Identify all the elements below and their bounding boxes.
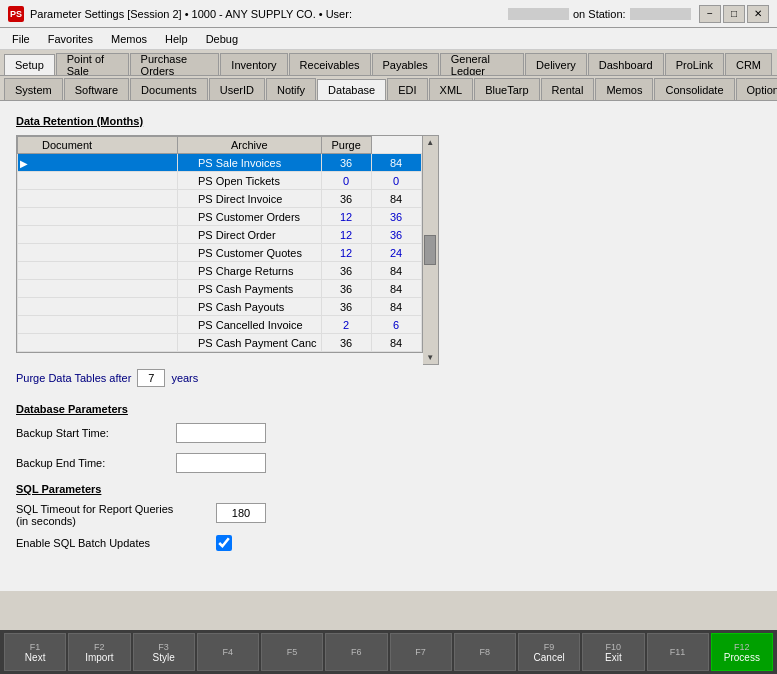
tab-point-of-sale[interactable]: Point of Sale — [56, 53, 129, 75]
tab-options[interactable]: Options — [736, 78, 777, 100]
main-content: Data Retention (Months) Document Archive… — [0, 101, 777, 591]
cell-archive: 36 — [321, 154, 371, 172]
tab-edi[interactable]: EDI — [387, 78, 427, 100]
backup-end-label: Backup End Time: — [16, 457, 176, 469]
backup-start-row: Backup Start Time: — [16, 423, 761, 443]
table-row[interactable]: PS Cash Payouts3684 — [18, 298, 422, 316]
tab-system[interactable]: System — [4, 78, 63, 100]
fkey-label: Exit — [605, 652, 622, 663]
table-row[interactable]: PS Cash Payments3684 — [18, 280, 422, 298]
tab-payables[interactable]: Payables — [372, 53, 439, 75]
tab-receivables[interactable]: Receivables — [289, 53, 371, 75]
tab-dashboard[interactable]: Dashboard — [588, 53, 664, 75]
fkey-f12[interactable]: F12Process — [711, 633, 773, 671]
fkey-f9[interactable]: F9Cancel — [518, 633, 580, 671]
fkey-label: Import — [85, 652, 113, 663]
tab-purchase-orders[interactable]: Purchase Orders — [130, 53, 220, 75]
cell-purge: 84 — [371, 280, 421, 298]
fkey-bar: F1NextF2ImportF3StyleF4F5F6F7F8F9CancelF… — [0, 630, 777, 674]
sql-timeout-row: SQL Timeout for Report Queries(in second… — [16, 503, 761, 527]
sql-batch-checkbox[interactable] — [216, 535, 232, 551]
sql-timeout-label: SQL Timeout for Report Queries(in second… — [16, 503, 216, 527]
fkey-label: Process — [724, 652, 760, 663]
tab-inventory[interactable]: Inventory — [220, 53, 287, 75]
cell-purge: 36 — [371, 208, 421, 226]
menu-help[interactable]: Help — [157, 31, 196, 47]
menu-memos[interactable]: Memos — [103, 31, 155, 47]
table-row[interactable]: PS Cancelled Invoice26 — [18, 316, 422, 334]
tab-userid[interactable]: UserID — [209, 78, 265, 100]
cell-document: PS Customer Orders — [178, 208, 322, 226]
cell-archive: 36 — [321, 334, 371, 352]
tab-notify[interactable]: Notify — [266, 78, 316, 100]
menu-bar: File Favorites Memos Help Debug — [0, 28, 777, 50]
tab-consolidate[interactable]: Consolidate — [654, 78, 734, 100]
fkey-f3[interactable]: F3Style — [133, 633, 195, 671]
app-icon: PS — [8, 6, 24, 22]
fkey-num: F6 — [351, 647, 362, 657]
tab-software[interactable]: Software — [64, 78, 129, 100]
backup-end-input[interactable] — [176, 453, 266, 473]
tab-delivery[interactable]: Delivery — [525, 53, 587, 75]
close-button[interactable]: ✕ — [747, 5, 769, 23]
tab-setup[interactable]: Setup — [4, 54, 55, 76]
fkey-num: F3 — [158, 642, 169, 652]
title-bar: PS Parameter Settings [Session 2] • 1000… — [0, 0, 777, 28]
tab-rental[interactable]: Rental — [541, 78, 595, 100]
tab-general-ledger[interactable]: General Ledger — [440, 53, 524, 75]
table-row[interactable]: PS Open Tickets00 — [18, 172, 422, 190]
table-row[interactable]: PS Customer Quotes1224 — [18, 244, 422, 262]
table-row[interactable]: PS Cash Payment Canc3684 — [18, 334, 422, 352]
table-row[interactable]: PS Direct Invoice3684 — [18, 190, 422, 208]
table-row[interactable]: PS Direct Order1236 — [18, 226, 422, 244]
db-params-header: Database Parameters — [16, 403, 761, 415]
data-table-container: Document Archive Purge ▶PS Sale Invoices… — [16, 135, 423, 353]
scrollbar[interactable]: ▲ ▼ — [423, 135, 439, 365]
table-row[interactable]: ▶PS Sale Invoices3684 — [18, 154, 422, 172]
cell-archive: 12 — [321, 208, 371, 226]
maximize-button[interactable]: □ — [723, 5, 745, 23]
sql-timeout-input[interactable] — [216, 503, 266, 523]
main-tab-row: Setup Point of Sale Purchase Orders Inve… — [0, 50, 777, 76]
fkey-f8[interactable]: F8 — [454, 633, 516, 671]
cell-document: PS Cash Payouts — [178, 298, 322, 316]
menu-debug[interactable]: Debug — [198, 31, 246, 47]
tab-memos[interactable]: Memos — [595, 78, 653, 100]
fkey-f6[interactable]: F6 — [325, 633, 387, 671]
menu-favorites[interactable]: Favorites — [40, 31, 101, 47]
title-bar-station — [630, 8, 691, 20]
fkey-f11[interactable]: F11 — [647, 633, 709, 671]
purge-line: Purge Data Tables after years — [16, 369, 761, 387]
col-header-purge: Purge — [321, 137, 371, 154]
fkey-num: F1 — [30, 642, 41, 652]
tab-xml[interactable]: XML — [429, 78, 474, 100]
fkey-num: F5 — [287, 647, 298, 657]
cell-purge: 84 — [371, 334, 421, 352]
col-header-archive: Archive — [178, 137, 322, 154]
tab-prolink[interactable]: ProLink — [665, 53, 724, 75]
fkey-f4[interactable]: F4 — [197, 633, 259, 671]
cell-document: PS Sale Invoices — [178, 154, 322, 172]
fkey-num: F9 — [544, 642, 555, 652]
fkey-f1[interactable]: F1Next — [4, 633, 66, 671]
purge-unit: years — [171, 372, 198, 384]
tab-documents[interactable]: Documents — [130, 78, 208, 100]
cell-document: PS Cash Payments — [178, 280, 322, 298]
tab-bluetarp[interactable]: BlueTarp — [474, 78, 539, 100]
fkey-f5[interactable]: F5 — [261, 633, 323, 671]
fkey-f10[interactable]: F10Exit — [582, 633, 644, 671]
cell-purge: 84 — [371, 262, 421, 280]
tab-crm[interactable]: CRM — [725, 53, 772, 75]
purge-years-input[interactable] — [137, 369, 165, 387]
cell-document: PS Cash Payment Canc — [178, 334, 322, 352]
menu-file[interactable]: File — [4, 31, 38, 47]
table-row[interactable]: PS Customer Orders1236 — [18, 208, 422, 226]
backup-start-input[interactable] — [176, 423, 266, 443]
minimize-button[interactable]: − — [699, 5, 721, 23]
fkey-label: Style — [153, 652, 175, 663]
tab-database[interactable]: Database — [317, 79, 386, 101]
table-row[interactable]: PS Charge Returns3684 — [18, 262, 422, 280]
fkey-f7[interactable]: F7 — [390, 633, 452, 671]
fkey-f2[interactable]: F2Import — [68, 633, 130, 671]
cell-purge: 24 — [371, 244, 421, 262]
